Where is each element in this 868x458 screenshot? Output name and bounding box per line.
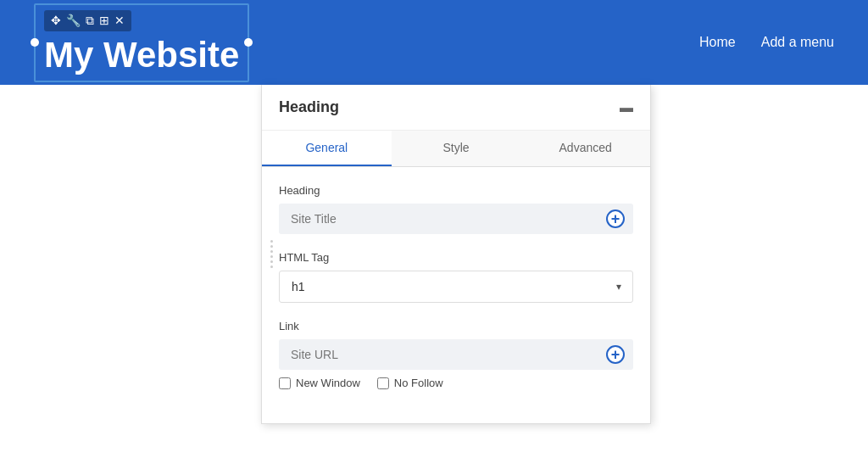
html-tag-label: HTML Tag <box>279 251 633 264</box>
dot-right <box>244 38 253 47</box>
nav-link-add-menu[interactable]: Add a menu <box>761 35 834 50</box>
move-icon[interactable]: ✥ <box>51 14 61 28</box>
html-tag-select-wrapper: h1 h2 h3 h4 h5 h6 div span p ▾ <box>279 271 633 303</box>
html-tag-select[interactable]: h1 h2 h3 h4 h5 h6 div span p <box>279 271 633 303</box>
drag-handle[interactable] <box>269 85 274 423</box>
minimize-button[interactable]: ▬ <box>620 100 633 115</box>
tab-advanced[interactable]: Advanced <box>520 131 650 166</box>
link-input-wrapper: + <box>279 339 633 370</box>
new-window-checkbox-label[interactable]: New Window <box>279 377 360 389</box>
drag-dot-4 <box>270 255 273 258</box>
no-follow-checkbox[interactable] <box>377 377 389 389</box>
tab-style[interactable]: Style <box>392 131 521 166</box>
drag-dot-3 <box>270 250 273 253</box>
drag-dot-1 <box>270 240 273 243</box>
drag-dot-2 <box>270 245 273 248</box>
site-title-wrapper: ✥ 🔧 ⧉ ⊞ ✕ My Website <box>34 3 249 82</box>
page-content: Heading ▬ General Style Advanced Heading… <box>0 85 868 458</box>
link-add-button[interactable]: + <box>606 345 625 364</box>
tab-general[interactable]: General <box>262 131 392 166</box>
link-input[interactable] <box>279 339 633 370</box>
no-follow-checkbox-label[interactable]: No Follow <box>377 377 443 389</box>
panel: Heading ▬ General Style Advanced Heading… <box>261 85 651 424</box>
toolbar-icons: ✥ 🔧 ⧉ ⊞ ✕ <box>44 10 131 31</box>
nav-link-home[interactable]: Home <box>699 35 736 50</box>
checkbox-row: New Window No Follow <box>279 377 633 389</box>
drag-dot-5 <box>270 260 273 263</box>
drag-dot-6 <box>270 265 273 268</box>
panel-title: Heading <box>279 98 339 116</box>
grid-icon[interactable]: ⊞ <box>99 14 109 28</box>
heading-input[interactable] <box>279 204 633 234</box>
wrench-icon[interactable]: 🔧 <box>66 14 81 28</box>
html-tag-field-group: HTML Tag h1 h2 h3 h4 h5 h6 div span p ▾ <box>279 251 633 303</box>
panel-header: Heading ▬ <box>262 85 650 131</box>
heading-field-group: Heading + <box>279 184 633 234</box>
new-window-checkbox[interactable] <box>279 377 291 389</box>
heading-add-button[interactable]: + <box>606 209 625 228</box>
site-title: My Website <box>44 35 239 75</box>
heading-field-label: Heading <box>279 184 633 197</box>
link-field-label: Link <box>279 320 633 332</box>
dot-left <box>31 38 39 47</box>
panel-body: Heading + HTML Tag h1 h2 h3 h4 h5 h6 <box>262 167 650 423</box>
new-window-label: New Window <box>296 377 360 389</box>
nav-links: Home Add a menu <box>699 35 834 50</box>
heading-input-wrapper: + <box>279 204 633 234</box>
navbar: ✥ 🔧 ⧉ ⊞ ✕ My Website Home Add a menu <box>0 0 868 85</box>
no-follow-label: No Follow <box>394 377 443 389</box>
link-field-group: Link + New Window No Follow <box>279 320 633 389</box>
duplicate-icon[interactable]: ⧉ <box>86 14 94 28</box>
close-icon[interactable]: ✕ <box>114 14 125 28</box>
panel-tabs: General Style Advanced <box>262 131 650 167</box>
